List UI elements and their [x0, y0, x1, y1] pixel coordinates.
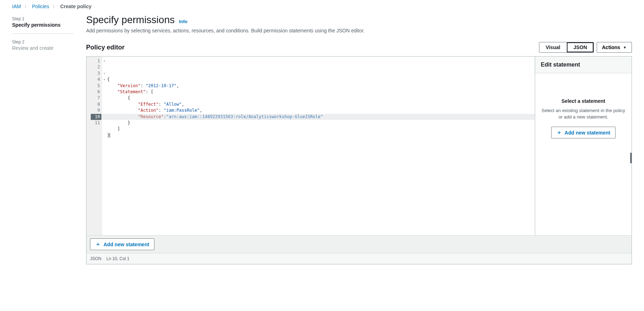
- policy-editor-title: Policy editor: [86, 44, 125, 51]
- json-editor[interactable]: 1234567891011 { "Version": "2012-10-17",…: [86, 57, 535, 235]
- code-content[interactable]: { "Version": "2012-10-17", "Statement": …: [102, 57, 535, 235]
- wizard-steps: Step 1 Specify permissions Step 2 Review…: [0, 13, 86, 264]
- panel-resize-handle[interactable]: [630, 153, 632, 163]
- line-number: 10: [91, 114, 101, 120]
- actions-dropdown[interactable]: Actions ▼: [597, 42, 632, 53]
- add-new-statement-button[interactable]: ＋ Add new statement: [90, 238, 154, 250]
- code-line[interactable]: ]: [107, 126, 535, 132]
- select-statement-desc: Select an existing statement in the poli…: [541, 107, 626, 120]
- page-title: Specify permissions: [86, 14, 175, 26]
- line-number: 6: [91, 89, 101, 95]
- divider: [12, 33, 74, 34]
- actions-label: Actions: [602, 44, 620, 50]
- add-new-statement-button[interactable]: ＋ Add new statement: [551, 127, 616, 138]
- code-line[interactable]: "Statement": [: [107, 89, 535, 95]
- chevron-right-icon: 〉: [25, 4, 28, 9]
- edit-statement-panel: Edit statement Select a statement Select…: [535, 57, 632, 235]
- editor-toolbar: ＋ Add new statement: [86, 235, 632, 253]
- active-line-highlight: [102, 114, 535, 120]
- status-mode: JSON: [90, 256, 101, 261]
- line-number: 5: [91, 83, 101, 89]
- code-line[interactable]: "Action": "iam:PassRole",: [107, 107, 535, 114]
- select-statement-heading: Select a statement: [561, 98, 605, 104]
- status-cursor-pos: Ln 10, Col 1: [106, 256, 130, 261]
- code-line[interactable]: {: [107, 77, 535, 83]
- page-subtitle: Add permissions by selecting services, a…: [86, 28, 632, 33]
- code-line[interactable]: {: [107, 95, 535, 101]
- breadcrumb: IAM 〉 Policies 〉 Create policy: [0, 0, 644, 13]
- line-number: 1: [91, 58, 101, 64]
- step-name: Specify permissions: [12, 22, 74, 28]
- policy-editor: 1234567891011 { "Version": "2012-10-17",…: [86, 56, 632, 264]
- chevron-right-icon: 〉: [53, 4, 57, 9]
- editor-mode-toggle: Visual JSON: [539, 42, 594, 53]
- code-line[interactable]: "Version": "2012-10-17",: [107, 83, 535, 89]
- edit-statement-title: Edit statement: [535, 57, 632, 73]
- wizard-step-2[interactable]: Step 2 Review and create: [12, 39, 74, 51]
- line-number: 11: [91, 120, 101, 126]
- caret-down-icon: ▼: [623, 46, 627, 49]
- wizard-step-1[interactable]: Step 1 Specify permissions: [12, 16, 74, 28]
- step-name: Review and create: [12, 45, 74, 51]
- line-number: 7: [91, 95, 101, 101]
- line-gutter: 1234567891011: [86, 57, 102, 235]
- editor-status-bar: JSON Ln 10, Col 1: [86, 253, 632, 264]
- tab-json[interactable]: JSON: [567, 42, 593, 52]
- tab-visual[interactable]: Visual: [539, 42, 567, 52]
- code-line[interactable]: [107, 138, 535, 144]
- step-label: Step 2: [12, 39, 74, 44]
- code-line[interactable]: }: [107, 132, 535, 138]
- breadcrumb-current: Create policy: [60, 4, 91, 9]
- line-number: 8: [91, 101, 101, 107]
- add-statement-label: Add new statement: [104, 242, 149, 247]
- code-line[interactable]: "Effect": "Allow",: [107, 101, 535, 107]
- line-number: 3: [91, 70, 101, 77]
- plus-icon: ＋: [556, 129, 562, 136]
- line-number: 9: [91, 107, 101, 114]
- breadcrumb-link-iam[interactable]: IAM: [12, 4, 21, 9]
- step-label: Step 1: [12, 16, 74, 21]
- info-link[interactable]: Info: [179, 19, 188, 24]
- add-statement-label: Add new statement: [565, 130, 610, 136]
- code-line[interactable]: }: [107, 120, 535, 126]
- line-number: 2: [91, 64, 101, 70]
- text-cursor: [110, 133, 110, 138]
- line-number: 4: [91, 77, 101, 83]
- plus-icon: ＋: [95, 241, 101, 248]
- breadcrumb-link-policies[interactable]: Policies: [32, 4, 49, 9]
